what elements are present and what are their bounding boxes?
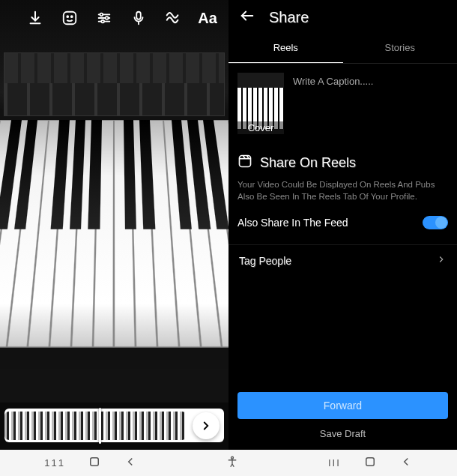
share-reels-title: Share On Reels xyxy=(237,154,448,172)
page-title: Share xyxy=(269,9,309,26)
editor-pane: Aa xyxy=(0,0,228,450)
also-share-feed-row: Also Share In The Feed xyxy=(237,213,448,240)
mic-icon[interactable] xyxy=(130,9,148,27)
chevron-right-icon xyxy=(436,254,447,267)
timeline-strip[interactable] xyxy=(4,412,187,440)
home-button-right[interactable] xyxy=(363,455,377,472)
sliders-icon[interactable] xyxy=(95,9,113,27)
timeline xyxy=(4,409,224,442)
svg-point-9 xyxy=(231,457,234,459)
playhead[interactable] xyxy=(99,408,101,444)
share-header: Share xyxy=(228,0,457,34)
save-draft-button[interactable]: Save Draft xyxy=(237,428,448,439)
back-button-right[interactable] xyxy=(399,455,413,472)
share-pane: Share Reels Stories Cover Write A Captio… xyxy=(228,0,457,450)
caption-input[interactable]: Write A Caption..... xyxy=(293,73,373,134)
cover-label: Cover xyxy=(237,121,284,134)
share-reels-title-text: Share On Reels xyxy=(260,155,356,171)
share-reels-description: Your Video Could Be Displayed On Reels A… xyxy=(237,172,448,213)
tag-people-row[interactable]: Tag People xyxy=(228,244,457,276)
text-tool[interactable]: Aa xyxy=(199,9,217,27)
svg-point-5 xyxy=(101,20,104,23)
recents-button-left[interactable]: 111 xyxy=(44,457,65,469)
reels-icon xyxy=(237,154,252,172)
editor-toolbar: Aa xyxy=(14,0,228,36)
home-button-left[interactable] xyxy=(88,455,101,472)
svg-rect-8 xyxy=(91,457,99,466)
download-icon[interactable] xyxy=(26,9,44,27)
tag-people-label: Tag People xyxy=(239,255,291,267)
share-reels-section: Share On Reels Your Video Could Be Displ… xyxy=(228,143,457,244)
bottom-actions: Forward Save Draft xyxy=(228,385,457,450)
also-share-feed-toggle[interactable] xyxy=(423,216,448,229)
back-button[interactable] xyxy=(239,7,255,27)
svg-rect-7 xyxy=(240,156,251,167)
forward-button[interactable]: Forward xyxy=(237,392,448,419)
accessibility-icon[interactable] xyxy=(226,455,239,472)
svg-point-2 xyxy=(71,16,73,17)
svg-rect-6 xyxy=(136,12,141,19)
tab-reels[interactable]: Reels xyxy=(228,34,343,63)
recents-button-right[interactable]: III xyxy=(328,457,341,469)
effects-icon[interactable] xyxy=(164,9,182,27)
cover-row: Cover Write A Caption..... xyxy=(228,64,457,143)
svg-point-3 xyxy=(100,13,103,16)
also-share-feed-label: Also Share In The Feed xyxy=(237,217,348,229)
svg-point-1 xyxy=(67,16,68,17)
tab-stories[interactable]: Stories xyxy=(343,34,458,63)
cover-thumbnail[interactable]: Cover xyxy=(237,73,284,134)
svg-point-4 xyxy=(106,16,109,19)
sticker-icon[interactable] xyxy=(61,9,79,27)
svg-rect-10 xyxy=(366,457,375,466)
share-tabs: Reels Stories xyxy=(228,34,457,64)
system-nav-bar: 111 III xyxy=(0,450,457,476)
back-button-left[interactable] xyxy=(124,455,137,472)
video-preview[interactable] xyxy=(0,0,228,403)
svg-rect-0 xyxy=(64,12,76,25)
next-button[interactable] xyxy=(193,412,220,439)
